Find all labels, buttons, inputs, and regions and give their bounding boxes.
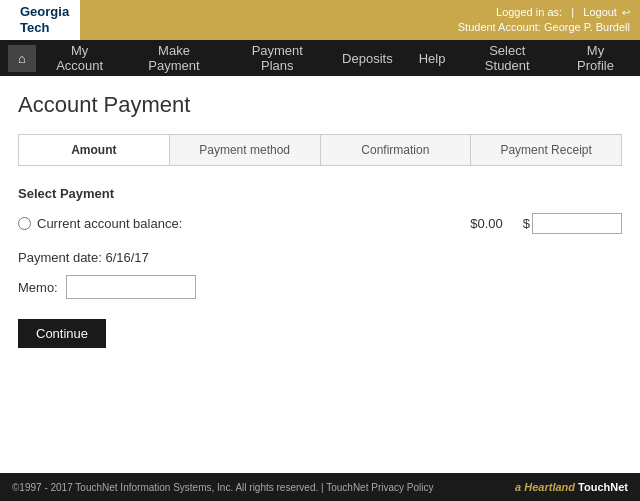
memo-label: Memo: — [18, 280, 58, 295]
nav-my-account[interactable]: My Account — [38, 37, 122, 79]
step-amount[interactable]: Amount — [19, 135, 170, 165]
top-header: Georgia Tech Logged in as: | Logout ↩ St… — [0, 0, 640, 40]
steps-bar: Amount Payment method Confirmation Payme… — [18, 134, 622, 166]
payment-date: Payment date: 6/16/17 — [18, 250, 622, 265]
logo-text: Georgia Tech — [20, 4, 69, 35]
nav-deposits[interactable]: Deposits — [330, 45, 405, 72]
payment-date-label: Payment date: — [18, 250, 102, 265]
continue-button[interactable]: Continue — [18, 319, 106, 348]
nav-make-payment[interactable]: Make Payment — [124, 37, 225, 79]
nav-select-student[interactable]: Select Student — [459, 37, 555, 79]
footer-copyright: ©1997 - 2017 TouchNet Information System… — [12, 482, 433, 493]
step-payment-method[interactable]: Payment method — [170, 135, 321, 165]
memo-input[interactable] — [66, 275, 196, 299]
logout-link[interactable]: Logout — [583, 6, 617, 18]
main-content: Account Payment Amount Payment method Co… — [0, 76, 640, 473]
dollar-input-wrap: $ — [523, 213, 622, 234]
footer: ©1997 - 2017 TouchNet Information System… — [0, 473, 640, 501]
nav-help[interactable]: Help — [407, 45, 458, 72]
step-confirmation[interactable]: Confirmation — [321, 135, 472, 165]
logged-in-label: Logged in as: — [496, 6, 562, 18]
current-balance-text: Current account balance: — [37, 216, 182, 231]
current-balance-radio[interactable] — [18, 217, 31, 230]
user-info: Logged in as: | Logout ↩ Student Account… — [458, 5, 630, 36]
student-account-info: Student Account: George P. Burdell — [458, 20, 630, 35]
home-button[interactable]: ⌂ — [8, 45, 36, 72]
nav-my-profile[interactable]: My Profile — [559, 37, 632, 79]
logo-area: Georgia Tech — [0, 0, 80, 40]
dollar-sign: $ — [523, 216, 530, 231]
header-right: Logged in as: | Logout ↩ Student Account… — [80, 0, 640, 40]
memo-row: Memo: — [18, 275, 622, 299]
touchnet-brand: a Heartland TouchNet — [515, 481, 628, 493]
payment-row: Current account balance: $0.00 $ — [18, 213, 622, 234]
footer-logo: a Heartland TouchNet — [515, 481, 628, 493]
nav-bar: ⌂ My Account Make Payment Payment Plans … — [0, 40, 640, 76]
balance-amount: $0.00 — [443, 216, 503, 231]
current-balance-label[interactable]: Current account balance: — [18, 216, 443, 231]
payment-amount-input[interactable] — [532, 213, 622, 234]
logout-icon: ↩ — [622, 7, 630, 18]
step-payment-receipt[interactable]: Payment Receipt — [471, 135, 621, 165]
payment-date-value: 6/16/17 — [105, 250, 148, 265]
nav-payment-plans[interactable]: Payment Plans — [226, 37, 328, 79]
nav-right: Select Student My Profile — [459, 37, 632, 79]
select-payment-title: Select Payment — [18, 186, 622, 201]
page-title: Account Payment — [18, 92, 622, 118]
